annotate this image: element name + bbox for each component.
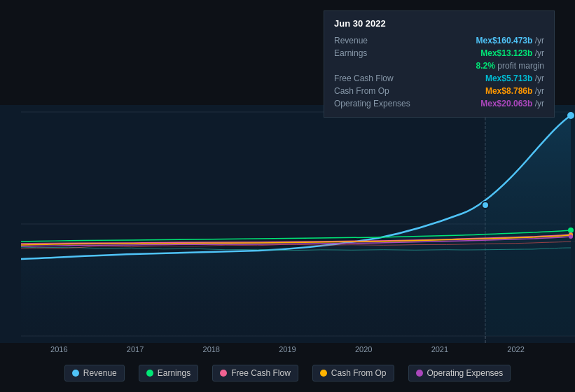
tooltip-label-cashop: Cash From Op (334, 86, 389, 96)
tooltip-value-revenue: Mex$160.473b /yr (476, 36, 544, 46)
legend-dot-cashop (320, 370, 327, 377)
chart-container: Jun 30 2022 Revenue Mex$160.473b /yr Ear… (0, 0, 575, 392)
legend-label-earnings: Earnings (158, 368, 190, 378)
tooltip-row-earnings: Earnings Mex$13.123b /yr (334, 47, 544, 59)
chart-legend: Revenue Earnings Free Cash Flow Cash Fro… (0, 365, 575, 382)
tooltip-value-cashop: Mex$8.786b /yr (485, 86, 544, 96)
legend-revenue[interactable]: Revenue (64, 365, 125, 382)
tooltip-row-cashop: Cash From Op Mex$8.786b /yr (334, 85, 544, 97)
x-label-2021: 2021 (431, 345, 448, 354)
svg-point-11 (569, 234, 573, 239)
tooltip-row-opex: Operating Expenses Mex$20.063b /yr (334, 97, 544, 110)
tooltip-row-margin: 8.2% profit margin (334, 59, 544, 72)
svg-point-12 (482, 202, 489, 209)
svg-rect-6 (485, 105, 575, 336)
tooltip-value-fcf: Mex$5.713b /yr (485, 74, 544, 83)
tooltip-label-opex: Operating Expenses (334, 99, 410, 108)
svg-point-7 (567, 112, 574, 119)
legend-dot-fcf (220, 370, 227, 377)
tooltip-box: Jun 30 2022 Revenue Mex$160.473b /yr Ear… (324, 10, 555, 118)
tooltip-label-revenue: Revenue (334, 36, 368, 46)
tooltip-label-earnings: Earnings (334, 48, 367, 58)
legend-cashop[interactable]: Cash From Op (312, 365, 394, 382)
x-label-2017: 2017 (127, 345, 144, 354)
legend-dot-revenue (72, 370, 79, 377)
svg-point-8 (568, 227, 574, 233)
legend-label-cashop: Cash From Op (331, 368, 387, 378)
tooltip-row-fcf: Free Cash Flow Mex$5.713b /yr (334, 72, 544, 85)
x-label-2022: 2022 (507, 345, 524, 354)
legend-label-opex: Operating Expenses (427, 368, 504, 378)
legend-label-fcf: Free Cash Flow (231, 368, 291, 378)
tooltip-value-earnings: Mex$13.123b /yr (480, 48, 544, 58)
chart-svg (0, 105, 575, 343)
tooltip-value-margin: 8.2% profit margin (476, 61, 544, 71)
tooltip-date: Jun 30 2022 (334, 18, 544, 29)
legend-fcf[interactable]: Free Cash Flow (212, 365, 298, 382)
x-label-2019: 2019 (279, 345, 296, 354)
x-label-2020: 2020 (355, 345, 372, 354)
legend-dot-opex (416, 370, 423, 377)
tooltip-value-opex: Mex$20.063b /yr (480, 99, 544, 108)
legend-label-revenue: Revenue (83, 368, 117, 378)
legend-earnings[interactable]: Earnings (139, 365, 198, 382)
legend-dot-earnings (146, 370, 153, 377)
tooltip-row-revenue: Revenue Mex$160.473b /yr (334, 34, 544, 47)
x-axis-labels: 2016 2017 2018 2019 2020 2021 2022 (0, 345, 575, 354)
legend-opex[interactable]: Operating Expenses (408, 365, 511, 382)
x-label-2016: 2016 (50, 345, 67, 354)
tooltip-label-fcf: Free Cash Flow (334, 74, 394, 83)
x-label-2018: 2018 (203, 345, 220, 354)
